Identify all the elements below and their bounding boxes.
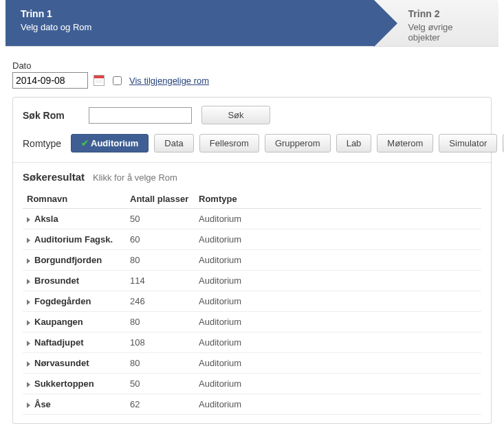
chevron-right-icon xyxy=(27,403,30,408)
table-row[interactable]: Fogdegården246Auditorium xyxy=(23,291,481,312)
show-available-link[interactable]: Vis tilgjengelige rom xyxy=(129,76,209,86)
row-name: Kaupangen xyxy=(34,317,83,327)
table-row[interactable]: Naftadjupet108Auditorium xyxy=(23,332,481,353)
row-capacity: 80 xyxy=(126,353,195,374)
table-row[interactable]: Brosundet114Auditorium xyxy=(23,271,481,291)
row-name: Auditorium Fagsk. xyxy=(34,234,113,245)
row-capacity: 62 xyxy=(126,394,195,415)
roomtype-filter-label: Grupperom xyxy=(275,138,320,148)
row-type: Auditorium xyxy=(195,312,481,332)
chevron-right-icon xyxy=(27,258,30,264)
row-name: Sukkertoppen xyxy=(34,378,94,389)
results-title: Søkeresultat xyxy=(23,171,85,183)
step-2-subtitle: Velg øvrige objekter xyxy=(408,22,483,43)
results-table: Romnavn Antall plasser Romtype Aksla50Au… xyxy=(23,190,481,415)
roomtype-filter-grupperom[interactable]: Grupperom xyxy=(265,134,331,152)
row-type: Auditorium xyxy=(195,353,481,374)
table-row[interactable]: Sukkertoppen50Auditorium xyxy=(23,374,481,394)
table-row[interactable]: Aksla50Auditorium xyxy=(23,209,481,229)
step-bar: Trinn 1 Velg dato og Rom Trinn 2 Velg øv… xyxy=(6,0,498,47)
calendar-icon[interactable] xyxy=(94,75,105,86)
roomtype-filters: ✔AuditoriumDataFellesromGrupperomLabMøte… xyxy=(71,134,504,152)
roomtype-filter-fellesrom[interactable]: Fellesrom xyxy=(199,134,259,152)
roomtype-filter-label: Lab xyxy=(347,138,362,148)
row-type: Auditorium xyxy=(195,374,481,394)
search-button[interactable]: Søk xyxy=(201,106,270,124)
roomtype-filter-label: Data xyxy=(164,138,183,148)
roomtype-filter-label: Auditorium xyxy=(91,138,138,148)
row-type: Auditorium xyxy=(195,332,481,353)
search-title: Søk Rom xyxy=(23,110,79,121)
col-header-capacity[interactable]: Antall plasser xyxy=(126,190,195,209)
roomtype-filter-data[interactable]: Data xyxy=(154,134,193,152)
row-capacity: 246 xyxy=(126,291,195,312)
results-hint: Klikk for å velge Rom xyxy=(93,172,177,183)
chevron-right-icon xyxy=(27,361,30,367)
chevron-right-icon xyxy=(27,341,30,346)
date-input[interactable] xyxy=(12,72,88,89)
show-available-checkbox[interactable] xyxy=(113,76,122,85)
row-type: Auditorium xyxy=(195,291,481,312)
step-2[interactable]: Trinn 2 Velg øvrige objekter xyxy=(374,0,498,46)
step-1[interactable]: Trinn 1 Velg dato og Rom xyxy=(6,0,374,46)
table-row[interactable]: Kaupangen80Auditorium xyxy=(23,312,481,332)
row-name: Åse xyxy=(34,399,51,409)
step-1-title: Trinn 1 xyxy=(21,8,359,19)
row-capacity: 60 xyxy=(126,229,195,250)
chevron-right-icon xyxy=(27,217,30,223)
table-row[interactable]: Borgundfjorden80Auditorium xyxy=(23,250,481,271)
chevron-right-icon xyxy=(27,382,30,387)
row-capacity: 80 xyxy=(126,250,195,271)
row-type: Auditorium xyxy=(195,209,481,229)
row-name: Aksla xyxy=(34,214,58,224)
roomtype-label: Romtype xyxy=(23,138,61,149)
row-type: Auditorium xyxy=(195,394,481,415)
separator xyxy=(13,162,491,163)
row-capacity: 114 xyxy=(126,271,195,291)
roomtype-filter-møterom[interactable]: Møterom xyxy=(377,134,433,152)
check-icon: ✔ xyxy=(81,138,89,148)
row-type: Auditorium xyxy=(195,250,481,271)
table-row[interactable]: Åse62Auditorium xyxy=(23,394,481,415)
row-capacity: 80 xyxy=(126,312,195,332)
col-header-type[interactable]: Romtype xyxy=(195,190,481,209)
col-header-name[interactable]: Romnavn xyxy=(23,190,126,209)
row-capacity: 50 xyxy=(126,209,195,229)
row-capacity: 50 xyxy=(126,374,195,394)
row-name: Brosundet xyxy=(34,275,79,286)
roomtype-filter-simulator[interactable]: Simulator xyxy=(439,134,497,152)
roomtype-filter-auditorium[interactable]: ✔Auditorium xyxy=(71,134,149,152)
step-2-title: Trinn 2 xyxy=(408,8,483,19)
roomtype-filter-label: Simulator xyxy=(449,138,487,148)
chevron-right-icon xyxy=(27,299,30,305)
table-row[interactable]: Nørvasundet80Auditorium xyxy=(23,353,481,374)
table-row[interactable]: Auditorium Fagsk.60Auditorium xyxy=(23,229,481,250)
row-name: Nørvasundet xyxy=(34,358,89,368)
roomtype-filter-label: Møterom xyxy=(387,138,423,148)
search-input[interactable] xyxy=(89,107,192,124)
roomtype-filter-label: Fellesrom xyxy=(210,138,249,148)
row-type: Auditorium xyxy=(195,229,481,250)
chevron-right-icon xyxy=(27,238,30,243)
row-name: Naftadjupet xyxy=(34,337,84,348)
search-panel: Søk Rom Søk Romtype ✔AuditoriumDataFelle… xyxy=(12,97,492,424)
date-label: Dato xyxy=(12,60,492,71)
roomtype-filter-lab[interactable]: Lab xyxy=(336,134,372,152)
row-type: Auditorium xyxy=(195,271,481,291)
row-name: Borgundfjorden xyxy=(34,255,102,265)
chevron-right-icon xyxy=(27,279,30,284)
chevron-right-icon xyxy=(27,320,30,326)
row-name: Fogdegården xyxy=(34,296,91,306)
row-capacity: 108 xyxy=(126,332,195,353)
step-1-subtitle: Velg dato og Rom xyxy=(21,22,359,32)
